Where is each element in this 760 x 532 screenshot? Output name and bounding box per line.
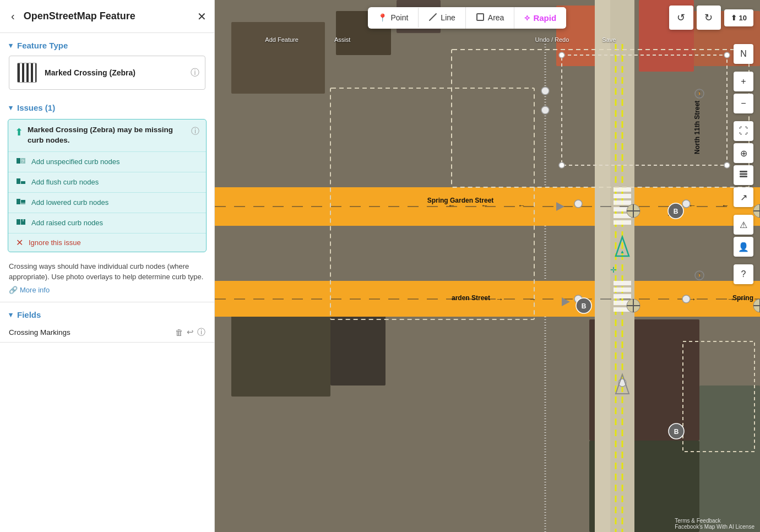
svg-rect-8 bbox=[17, 219, 20, 225]
svg-rect-42 bbox=[614, 194, 631, 198]
chevron-down-icon: ▾ bbox=[9, 41, 13, 50]
svg-rect-4 bbox=[21, 181, 25, 184]
fullscreen-button[interactable]: ⛶ bbox=[734, 121, 753, 141]
ignore-issue-button[interactable]: ✕ Ignore this issue bbox=[8, 233, 206, 252]
external-link-icon: 🔗 bbox=[9, 286, 18, 294]
svg-text:B: B bbox=[674, 208, 678, 215]
add-unspecified-curb-label: Add unspecified curb nodes bbox=[31, 158, 120, 166]
close-button[interactable]: ✕ bbox=[197, 10, 207, 23]
svg-rect-46 bbox=[614, 220, 631, 225]
add-unspecified-curb-button[interactable]: ? Add unspecified curb nodes bbox=[8, 151, 206, 172]
back-button[interactable]: ‹ bbox=[8, 9, 18, 24]
add-flush-curb-label: Add flush curb nodes bbox=[31, 178, 99, 186]
feature-info-button[interactable]: ⓘ bbox=[191, 67, 199, 79]
issue-warning-icon: ⬆ bbox=[15, 126, 23, 138]
crossing-markings-label: Crossing Markings bbox=[9, 328, 70, 336]
community-button[interactable]: 👤 bbox=[734, 237, 753, 257]
add-lowered-curb-button[interactable]: Add lowered curb nodes bbox=[8, 192, 206, 213]
line-icon bbox=[428, 13, 437, 23]
panel-header: ‹ OpenStreetMap Feature ✕ bbox=[0, 0, 214, 33]
svg-text:?: ? bbox=[21, 159, 24, 164]
issues-label: Issues (1) bbox=[17, 103, 55, 112]
undo-crossing-button[interactable]: ↩ bbox=[187, 327, 194, 338]
svg-rect-102 bbox=[477, 14, 484, 20]
issues-section-header[interactable]: ▾ Issues (1) bbox=[0, 95, 214, 116]
ignore-issue-label: Ignore this issue bbox=[29, 238, 81, 247]
feature-name-label: Marked Crossing (Zebra) bbox=[45, 68, 185, 78]
add-flush-curb-button[interactable]: Add flush curb nodes bbox=[8, 172, 206, 192]
svg-rect-103 bbox=[740, 171, 747, 172]
crossing-markings-actions: 🗑 ↩ ⓘ bbox=[175, 327, 205, 338]
add-raised-curb-button[interactable]: Add raised curb nodes bbox=[8, 213, 206, 233]
zoom-in-icon: + bbox=[741, 77, 746, 86]
share-icon: ↗ bbox=[740, 192, 747, 203]
svg-text:←: ← bbox=[721, 201, 729, 210]
zoom-in-button[interactable]: + bbox=[734, 72, 753, 91]
left-panel: ‹ OpenStreetMap Feature ✕ ▾ Feature Type… bbox=[0, 0, 215, 532]
compass-button[interactable]: ⊕ bbox=[734, 143, 753, 163]
svg-rect-10 bbox=[23, 219, 24, 221]
point-tool-button[interactable]: 📍 Point bbox=[368, 8, 419, 28]
crossing-markings-row: Crossing Markings 🗑 ↩ ⓘ bbox=[0, 323, 214, 343]
svg-point-58 bbox=[541, 106, 549, 114]
svg-text:←: ← bbox=[518, 201, 525, 210]
curb-unspecified-icon: ? bbox=[16, 156, 26, 168]
svg-text:Spring Garden Street: Spring Garden Street bbox=[427, 197, 494, 204]
help-icon: ? bbox=[741, 269, 746, 279]
point-icon: 📍 bbox=[378, 13, 387, 22]
help-button[interactable]: ? bbox=[734, 264, 753, 284]
compass-icon: ⊕ bbox=[740, 148, 747, 159]
redo-button[interactable]: ↻ bbox=[697, 6, 721, 30]
feature-type-card: Marked Crossing (Zebra) ⓘ bbox=[9, 56, 205, 90]
info-crossing-button[interactable]: ⓘ bbox=[197, 327, 205, 338]
area-tool-button[interactable]: Area bbox=[466, 7, 515, 29]
map-area[interactable]: ← ← ← ← ← ← → → → → bbox=[215, 0, 760, 532]
fullscreen-icon: ⛶ bbox=[739, 126, 748, 136]
warning-icon: ⚠ bbox=[740, 220, 747, 230]
svg-text:arden Street: arden Street bbox=[452, 294, 490, 302]
rapid-logo: ⟡ bbox=[524, 13, 530, 23]
line-tool-button[interactable]: Line bbox=[419, 7, 465, 29]
save-button[interactable]: ⬆ 10 bbox=[724, 9, 753, 26]
upload-icon: ⬆ bbox=[731, 14, 737, 22]
feature-icon bbox=[15, 61, 39, 85]
fields-section-header[interactable]: ▾ Fields bbox=[0, 302, 214, 323]
svg-point-68 bbox=[724, 162, 730, 168]
share-button[interactable]: ↗ bbox=[734, 187, 753, 207]
north-button[interactable]: N bbox=[734, 44, 753, 64]
zoom-out-icon: − bbox=[741, 99, 746, 108]
svg-text:B: B bbox=[674, 428, 679, 436]
svg-rect-47 bbox=[614, 281, 631, 285]
curb-flush-icon bbox=[16, 176, 26, 188]
feature-type-label: Feature Type bbox=[17, 41, 68, 50]
toolbar-center: 📍 Point Line Area ⟡ Rapid bbox=[368, 7, 566, 29]
issues-chevron-icon: ▾ bbox=[9, 104, 13, 112]
svg-rect-49 bbox=[614, 294, 631, 298]
map-svg-overlay: ← ← ← ← ← ← → → → → bbox=[215, 0, 760, 532]
curb-lowered-icon bbox=[16, 197, 26, 209]
area-icon bbox=[476, 13, 485, 23]
rapid-tool-button[interactable]: ⟡ Rapid bbox=[514, 7, 566, 28]
more-info-link[interactable]: 🔗 More info bbox=[0, 285, 214, 302]
layers-button[interactable] bbox=[734, 165, 753, 185]
svg-rect-3 bbox=[17, 178, 20, 184]
feature-type-section-header[interactable]: ▾ Feature Type bbox=[0, 33, 214, 53]
svg-point-66 bbox=[724, 52, 730, 58]
issue-card: ⬆ Marked Crossing (Zebra) may be missing… bbox=[8, 119, 207, 252]
svg-point-62 bbox=[682, 295, 690, 303]
add-raised-curb-label: Add raised curb nodes bbox=[31, 219, 103, 227]
fields-section: ▾ Fields Crossing Markings 🗑 ↩ ⓘ bbox=[0, 302, 214, 343]
curb-raised-icon bbox=[16, 217, 26, 229]
issue-actions-list: ? Add unspecified curb nodes Add flush c… bbox=[8, 151, 206, 252]
issue-header: ⬆ Marked Crossing (Zebra) may be missing… bbox=[8, 120, 206, 151]
delete-crossing-button[interactable]: 🗑 bbox=[175, 327, 183, 338]
zoom-out-button[interactable]: − bbox=[734, 94, 753, 113]
person-icon: 👤 bbox=[738, 242, 749, 252]
svg-rect-7 bbox=[21, 203, 25, 204]
warning-button[interactable]: ⚠ bbox=[734, 215, 753, 235]
svg-text:B: B bbox=[582, 302, 587, 310]
fields-label: Fields bbox=[17, 310, 41, 319]
issue-info-button[interactable]: ⓘ bbox=[191, 126, 199, 137]
svg-rect-43 bbox=[614, 200, 631, 205]
undo-button[interactable]: ↺ bbox=[669, 6, 693, 30]
